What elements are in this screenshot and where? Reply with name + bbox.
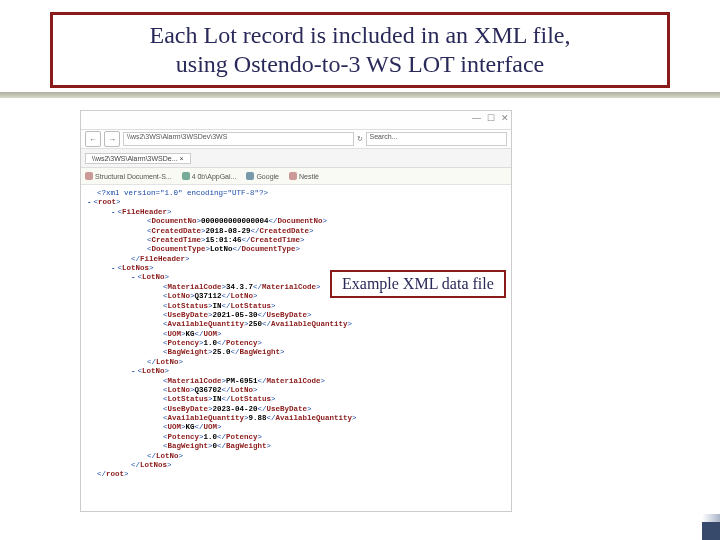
favorite-link[interactable]: Nestlé <box>289 172 319 180</box>
favorite-label: Nestlé <box>299 173 319 180</box>
favorite-icon <box>182 172 190 180</box>
xml-lot1-status: <LotStatus>IN</LotStatus> <box>87 302 505 311</box>
xml-prolog: <?xml version="1.0" encoding="UTF-8"?> <box>87 189 505 198</box>
xml-lotno-open: -<LotNo> <box>87 367 505 376</box>
xml-lot2-material: <MaterialCode>PM-6951</MaterialCode> <box>87 377 505 386</box>
address-bar[interactable]: \\ws2\3WS\Alarm\3WSDev\3WS <box>123 132 354 146</box>
browser-window: — ☐ ✕ ← → \\ws2\3WS\Alarm\3WSDev\3WS ↻ S… <box>80 110 512 512</box>
window-titlebar: — ☐ ✕ <box>81 111 511 130</box>
browser-tab-strip: \\ws2\3WS\Alarm\3WSDe... × <box>81 149 511 168</box>
xml-lotno-close: </LotNo> <box>87 452 505 461</box>
xml-createdtime: <CreatedTime>15:01:46</CreatedTime> <box>87 236 505 245</box>
xml-lot1-potency: <Potency>1.0</Potency> <box>87 339 505 348</box>
favorites-bar: Structural Document-S... 4 0b\AppGal... … <box>81 168 511 185</box>
xml-lot1-uom: <UOM>KG</UOM> <box>87 330 505 339</box>
xml-lot2-usebydate: <UseByDate>2023-04-20</UseByDate> <box>87 405 505 414</box>
refresh-icon[interactable]: ↻ <box>357 135 363 143</box>
browser-tab[interactable]: \\ws2\3WS\Alarm\3WSDe... × <box>85 153 191 164</box>
favorite-link[interactable]: Google <box>246 172 279 180</box>
slide-corner-accent <box>702 522 720 540</box>
window-minimize-button[interactable]: — <box>472 113 481 123</box>
window-controls: — ☐ ✕ <box>472 113 509 123</box>
xml-lotno-close: </LotNo> <box>87 358 505 367</box>
xml-createddate: <CreatedDate>2018-08-29</CreatedDate> <box>87 227 505 236</box>
favorite-label: 4 0b\AppGal... <box>192 173 237 180</box>
xml-content: <?xml version="1.0" encoding="UTF-8"?> -… <box>81 185 511 484</box>
slide-title-box: Each Lot record is included in an XML fi… <box>50 12 670 88</box>
slide-title-line2: using Ostendo-to-3 WS LOT interface <box>63 50 657 79</box>
slide-divider <box>0 92 720 98</box>
xml-root-close: </root> <box>87 470 505 479</box>
favorite-icon <box>289 172 297 180</box>
xml-lot1-bagweight: <BagWeight>25.0</BagWeight> <box>87 348 505 357</box>
slide-title-line1: Each Lot record is included in an XML fi… <box>63 21 657 50</box>
xml-lot2-bagweight: <BagWeight>0</BagWeight> <box>87 442 505 451</box>
xml-lot2-lotno: <LotNo>Q36702</LotNo> <box>87 386 505 395</box>
xml-root-open: -<root> <box>87 198 505 207</box>
browser-nav-bar: ← → \\ws2\3WS\Alarm\3WSDev\3WS ↻ Search.… <box>81 130 511 149</box>
slide: Each Lot record is included in an XML fi… <box>0 0 720 540</box>
xml-lot2-uom: <UOM>KG</UOM> <box>87 423 505 432</box>
favorite-icon <box>246 172 254 180</box>
favorite-label: Structural Document-S... <box>95 173 172 180</box>
favorite-icon <box>85 172 93 180</box>
xml-lot1-usebydate: <UseByDate>2021-05-30</UseByDate> <box>87 311 505 320</box>
xml-lot2-qty: <AvailableQuantity>9.88</AvailableQuanti… <box>87 414 505 423</box>
window-maximize-button[interactable]: ☐ <box>487 113 495 123</box>
xml-fileheader-close: </FileHeader> <box>87 255 505 264</box>
xml-documentno: <DocumentNo>000000000000004</DocumentNo> <box>87 217 505 226</box>
favorite-link[interactable]: 4 0b\AppGal... <box>182 172 237 180</box>
xml-lot2-status: <LotStatus>IN</LotStatus> <box>87 395 505 404</box>
xml-lotnos-close: </LotNos> <box>87 461 505 470</box>
callout-label: Example XML data file <box>330 270 506 298</box>
xml-fileheader-open: -<FileHeader> <box>87 208 505 217</box>
favorite-link[interactable]: Structural Document-S... <box>85 172 172 180</box>
window-close-button[interactable]: ✕ <box>501 113 509 123</box>
xml-lot1-qty: <AvailableQuantity>250</AvailableQuantit… <box>87 320 505 329</box>
back-button[interactable]: ← <box>85 131 101 147</box>
favorite-label: Google <box>256 173 279 180</box>
search-field[interactable]: Search... <box>366 132 508 146</box>
xml-lot2-potency: <Potency>1.0</Potency> <box>87 433 505 442</box>
forward-button[interactable]: → <box>104 131 120 147</box>
xml-documenttype: <DocumentType>LotNo</DocumentType> <box>87 245 505 254</box>
